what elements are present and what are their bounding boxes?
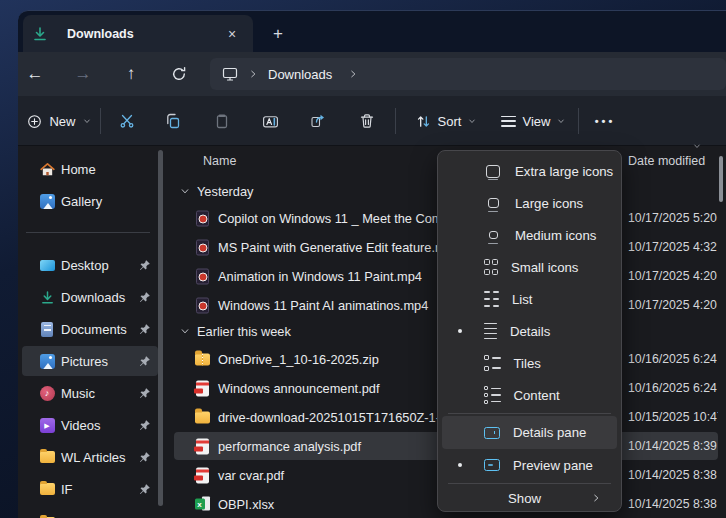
zip-icon [194,351,211,368]
menu-item-preview-pane[interactable]: Preview pane [442,449,617,481]
folder-icon [194,409,211,426]
sidebar-item-label: Documents [61,322,127,337]
extra-large-icons-icon [484,162,502,180]
sidebar-item-label: Pictures [61,354,108,369]
menu-item-show[interactable]: Show [442,485,617,511]
sort-button[interactable]: Sort [406,105,486,137]
copy-icon [165,113,181,129]
new-button[interactable]: New [26,105,92,137]
navigation-pane: Home Gallery Desktop Downloads Documents [18,146,168,518]
folder-icon [39,481,55,497]
paste-button[interactable] [206,105,238,137]
cut-button[interactable] [111,105,143,137]
file-name: OBPI.xlsx [218,497,274,512]
sidebar-item-home[interactable]: Home [22,154,158,184]
sidebar-item-downloads[interactable]: Downloads [22,282,158,312]
sidebar-item-videos[interactable]: Videos [22,410,158,440]
column-header-name[interactable]: Name [203,154,236,168]
share-button[interactable] [302,105,334,137]
tiles-icon [484,354,501,372]
menu-item-small-icons[interactable]: Small icons [442,251,617,283]
file-date: 10/17/2025 5:20 [628,211,717,225]
sidebar-item-label: IF [61,482,73,497]
sidebar-item-label: Downloads [61,290,125,305]
view-button[interactable]: View [492,105,574,137]
menu-item-label: Large icons [515,196,583,211]
sidebar-item-desktop[interactable]: Desktop [22,250,158,280]
explorer-tab[interactable]: Downloads × [23,15,253,53]
sidebar-item-partial[interactable] [22,508,158,518]
up-button[interactable]: ↑ [114,52,148,96]
pin-icon [138,451,151,464]
file-date: 10/14/2025 8:38 [628,468,717,482]
video-file-icon [194,210,211,227]
copy-button[interactable] [157,105,189,137]
menu-item-medium-icons[interactable]: Medium icons [442,219,617,251]
menu-item-large-icons[interactable]: Large icons [442,187,617,219]
breadcrumb[interactable]: Downloads [210,58,726,90]
sort-arrows-icon [416,114,431,129]
refresh-button[interactable] [162,52,196,96]
sidebar-item-gallery[interactable]: Gallery [22,186,158,216]
sidebar-item-label: WL Articles [61,450,126,465]
document-icon [39,321,55,337]
toolbar-divider [100,108,101,134]
large-icons-icon [484,194,502,212]
sidebar-item-label: Gallery [61,194,102,209]
menu-item-extra-large-icons[interactable]: Extra large icons [442,155,617,187]
menu-item-label: Show [508,491,541,506]
menu-item-tiles[interactable]: Tiles [442,347,617,379]
sidebar-scrollbar[interactable] [158,150,163,506]
breadcrumb-location[interactable]: Downloads [268,67,332,82]
download-icon [32,26,48,42]
download-icon [39,289,55,305]
selected-bullet [458,329,462,333]
music-icon [39,385,55,401]
new-button-label: New [49,114,75,129]
sidebar-item-documents[interactable]: Documents [22,314,158,344]
menu-item-label: Preview pane [513,458,593,473]
menu-item-details[interactable]: Details [442,315,617,347]
forward-button[interactable]: → [66,52,100,96]
file-date: 10/14/2025 8:38 [628,497,717,511]
refresh-icon [171,66,187,82]
navigation-bar: ← → ↑ Downloads [18,52,726,96]
home-icon [39,161,55,177]
file-date: 10/17/2025 4:20 [628,298,717,312]
file-date: 10/17/2025 4:20 [628,269,717,283]
selected-bullet [458,463,462,467]
monitor-icon [222,66,238,82]
new-tab-button[interactable]: + [265,22,291,46]
rename-button[interactable] [254,105,286,137]
chevron-down-icon[interactable] [692,142,702,150]
group-label: Yesterday [197,184,253,199]
file-name: OneDrive_1_10-16-2025.zip [218,352,379,367]
chevron-down-icon [180,186,190,196]
sidebar-item-if[interactable]: IF [22,474,158,504]
view-hamburger-icon [501,116,516,127]
tab-close-icon[interactable]: × [221,24,243,44]
file-list-scrollbar[interactable] [719,156,723,202]
videos-icon [39,417,55,433]
details-icon [484,322,497,340]
pdf-icon [194,438,211,455]
pdf-icon [194,380,211,397]
column-header-date-modified[interactable]: Date modified [628,154,705,168]
file-name: Copilot on Windows 11 _ Meet the Compu [218,211,457,226]
file-date: 10/16/2025 6:24 [628,381,717,395]
group-label: Earlier this week [197,324,291,339]
small-icons-icon [484,258,498,276]
gallery-icon [39,193,55,209]
menu-item-details-pane[interactable]: Details pane [442,416,617,449]
sidebar-item-wl-articles[interactable]: WL Articles [22,442,158,472]
sidebar-item-pictures[interactable]: Pictures [22,346,158,376]
menu-item-list[interactable]: List [442,283,617,315]
chevron-right-icon[interactable] [348,69,358,79]
more-options-button[interactable]: ••• [590,105,620,137]
delete-button[interactable] [351,105,383,137]
back-button[interactable]: ← [18,52,52,96]
sort-button-label: Sort [438,114,462,129]
menu-item-content[interactable]: Content [442,379,617,411]
sidebar-item-music[interactable]: Music [22,378,158,408]
chevron-right-icon[interactable] [248,69,258,79]
